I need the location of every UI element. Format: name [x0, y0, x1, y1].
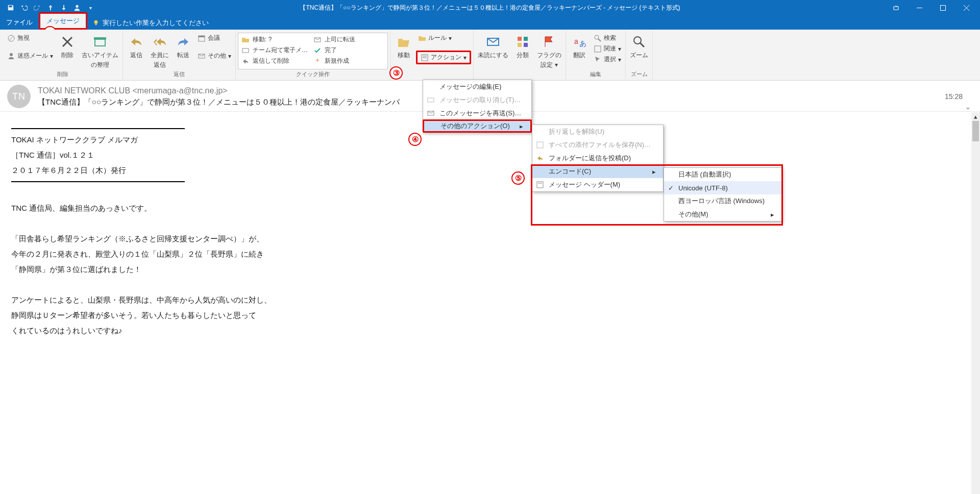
actions-icon	[421, 54, 429, 62]
tab-message[interactable]: メッセージ ②	[39, 12, 87, 30]
follow-up-button[interactable]: フラグの設定 ▾	[535, 33, 564, 70]
menu-encoding-western[interactable]: 西ヨーロッパ言語 (Windows)	[664, 194, 781, 208]
body-line: 「静岡県」が第３位に選ばれました！	[11, 262, 969, 277]
group-editing: aあ翻訳 検索 関連 ▾ 選択 ▾ 編集	[566, 31, 626, 80]
group-quick-steps: 移動: ? 上司に転送 チーム宛て電子メ… 完了 返信して削除 新規作成 クイッ…	[236, 31, 390, 80]
next-icon[interactable]	[58, 2, 69, 13]
reply-button[interactable]: 返信	[125, 33, 148, 61]
qs-team-email[interactable]: チーム宛て電子メ…	[239, 45, 311, 56]
reply-all-icon	[152, 34, 168, 50]
resend-icon	[426, 109, 435, 118]
lightbulb-icon	[92, 19, 100, 27]
menu-unwrap: 折り返しを解除(U)	[532, 125, 663, 138]
ribbon-tabs: ファイル メッセージ ② 実行したい作業を入力してください	[0, 15, 980, 30]
translate-button[interactable]: aあ翻訳	[568, 33, 591, 61]
mark-unread-button[interactable]: 未読にする	[476, 33, 510, 61]
quick-steps-gallery[interactable]: 移動: ? 上司に転送 チーム宛て電子メ… 完了 返信して削除 新規作成	[238, 33, 388, 69]
qs-move-to[interactable]: 移動: ?	[239, 34, 311, 45]
group-label-respond: 返信	[125, 70, 233, 79]
maximize-icon[interactable]	[931, 0, 954, 15]
archive-button[interactable]: 古いアイテムの整理	[80, 33, 120, 70]
zoom-icon	[631, 34, 647, 50]
redo-icon[interactable]	[32, 2, 43, 13]
actions-menu: メッセージの編集(E) メッセージの取り消し(T)… このメッセージを再送(S)…	[423, 80, 532, 133]
menu-message-header[interactable]: メッセージ ヘッダー(M)	[532, 178, 663, 191]
folder-move-icon	[241, 36, 250, 44]
quick-access-toolbar: ▾	[2, 2, 96, 13]
scrollbar-thumb[interactable]	[972, 121, 979, 141]
menu-encoding[interactable]: エンコード(C)▸	[532, 165, 663, 178]
categorize-button[interactable]: 分類	[511, 33, 534, 61]
qs-create-new[interactable]: 新規作成	[311, 56, 383, 66]
group-label-editing: 編集	[568, 70, 623, 79]
chevron-down-icon[interactable]: ⌄	[965, 103, 971, 111]
tab-file[interactable]: ファイル	[0, 15, 39, 30]
svg-rect-27	[524, 43, 528, 47]
qs-done[interactable]: 完了	[311, 45, 383, 56]
forward-button[interactable]: 転送	[172, 33, 194, 61]
undo-icon[interactable]	[18, 2, 30, 13]
minimize-icon[interactable]	[908, 0, 931, 15]
move-button[interactable]: 移動	[393, 33, 415, 61]
menu-resend-message[interactable]: このメッセージを再送(S)…	[423, 107, 531, 120]
actions-button[interactable]: アクション ▾	[416, 51, 471, 64]
reply-all-button[interactable]: 全員に返信	[149, 33, 171, 70]
group-respond: 返信 全員に返信 転送 会議 その他 ▾ 返信	[123, 31, 236, 80]
menu-other-actions[interactable]: その他のアクション(O)▸	[423, 119, 532, 133]
save-attach-icon	[535, 140, 545, 150]
qs-to-manager[interactable]: 上司に転送	[311, 34, 383, 45]
select-icon	[594, 56, 602, 64]
tell-me-search[interactable]: 実行したい作業を入力してください	[87, 16, 214, 30]
svg-point-30	[595, 35, 599, 39]
message-time: 15:28	[945, 92, 973, 101]
meeting-button[interactable]: 会議	[195, 33, 233, 43]
separator	[11, 128, 185, 129]
delete-button[interactable]: 削除	[56, 33, 79, 61]
svg-rect-3	[940, 5, 945, 10]
previous-icon[interactable]	[45, 2, 56, 13]
save-icon[interactable]	[5, 2, 16, 13]
qs-reply-delete[interactable]: 返信して削除	[239, 56, 311, 66]
scroll-up-icon[interactable]: ▴	[971, 112, 980, 121]
select-button[interactable]: 選択 ▾	[592, 54, 623, 65]
related-button[interactable]: 関連 ▾	[592, 43, 623, 54]
message-header-icon	[535, 180, 545, 189]
menu-encoding-utf8[interactable]: ✓Unicode (UTF-8)	[664, 181, 781, 194]
ignore-button[interactable]: 無視	[5, 33, 55, 43]
chevron-right-icon: ▸	[652, 168, 656, 176]
respond-more-button[interactable]: その他 ▾	[195, 51, 233, 61]
window-title: 【TNC通信】「○○ランキング」で静岡が第３位！／メニューは５０種以上！港の定食…	[96, 4, 884, 12]
ribbon-display-icon[interactable]	[884, 0, 908, 15]
menu-edit-message[interactable]: メッセージの編集(E)	[423, 80, 531, 93]
related-icon	[594, 45, 602, 53]
group-label-delete: 削除	[5, 70, 120, 79]
group-label-zoom: ズーム	[628, 70, 650, 79]
translate-icon: aあ	[571, 34, 587, 50]
person-icon[interactable]	[71, 2, 83, 13]
menu-post-reply[interactable]: フォルダーに返信を投稿(D)	[532, 152, 663, 165]
svg-rect-24	[518, 37, 522, 41]
scrollbar-vertical[interactable]: ▴	[971, 112, 980, 493]
reply-delete-icon	[241, 57, 250, 65]
customize-qat-icon[interactable]: ▾	[85, 2, 96, 13]
rules-icon	[418, 34, 426, 42]
menu-save-attachments: すべての添付ファイルを保存(N)…	[532, 138, 663, 152]
body-line: 静岡県はＵターン希望者が多いそう。若い人たちも暮らしたいと思って	[11, 308, 969, 323]
done-check-icon	[313, 46, 322, 55]
menu-encoding-more[interactable]: その他(M)▸	[664, 208, 781, 221]
svg-point-10	[10, 53, 13, 56]
find-button[interactable]: 検索	[592, 33, 623, 43]
delete-x-icon	[59, 34, 76, 50]
rules-button[interactable]: ルール ▾	[416, 33, 471, 43]
to-manager-icon	[313, 36, 322, 44]
svg-rect-13	[95, 39, 105, 46]
folder-open-icon	[396, 34, 412, 50]
group-label-move	[393, 72, 471, 79]
categorize-icon	[514, 34, 531, 50]
svg-rect-1	[894, 7, 898, 10]
group-label-tags	[476, 72, 564, 79]
menu-encoding-japanese-auto[interactable]: 日本語 (自動選択)	[664, 168, 781, 181]
zoom-button[interactable]: ズーム	[628, 33, 650, 61]
close-icon[interactable]	[954, 0, 978, 15]
junk-button[interactable]: 迷惑メール ▾	[5, 51, 55, 61]
